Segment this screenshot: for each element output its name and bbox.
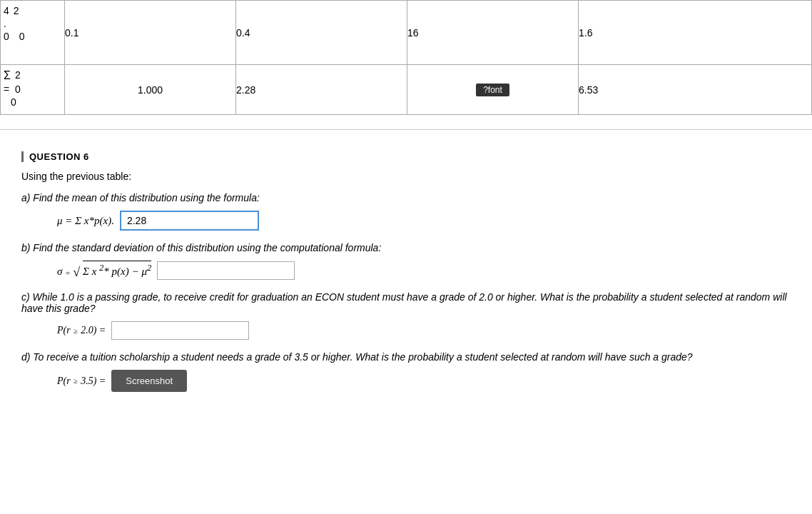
part-b-formula-row: σ = √ Σ x 2* p(x) − μ2 — [57, 261, 791, 280]
row1-dot: . — [4, 18, 6, 29]
row1-num: 4 — [4, 5, 9, 16]
row2-label: Σ 2 = 0 0 — [4, 69, 61, 108]
row2-zero: 0 — [15, 84, 21, 95]
intro-text: Using the previous table: — [21, 171, 791, 182]
part-d-label: d) To receive a tuition scholarship a st… — [21, 351, 791, 363]
part-b-formula-text: σ = √ Σ x 2* p(x) − μ2 — [57, 261, 151, 280]
part-a-formula-row: μ = Σ x*p(x). — [57, 211, 791, 231]
row1-col1-input[interactable] — [65, 27, 235, 39]
question-label: QUESTION 6 — [21, 151, 791, 162]
part-a-label: a) Find the mean of this distribution us… — [21, 192, 791, 203]
part-c-formula-text: P(r ≥ 2.0) = — [57, 325, 106, 336]
row1-num2: 2 — [14, 5, 19, 16]
part-d-formula-text: P(r ≥ 3.5) = — [57, 376, 106, 387]
row1-col3-input[interactable] — [407, 27, 578, 39]
row1-label: 4 2 . 0 0 — [4, 5, 61, 42]
part-a-formula-text: μ = Σ x*p(x). — [57, 215, 114, 227]
row2-zero2: 0 — [11, 96, 16, 108]
row2-sigma: Σ — [4, 69, 11, 82]
part-c-input[interactable] — [111, 321, 249, 340]
row1-zero: 0 — [4, 31, 9, 42]
part-c-section: c) While 1.0 is a passing grade, to rece… — [21, 291, 791, 340]
table-section: 4 2 . 0 0 — [0, 0, 812, 115]
part-c-label: c) While 1.0 is a passing grade, to rece… — [21, 291, 791, 314]
part-a-input[interactable] — [120, 211, 259, 231]
row1-col2-input[interactable] — [236, 27, 407, 39]
row2-num: 2 — [15, 69, 21, 81]
part-b-label: b) Find the standard deviation of this d… — [21, 242, 791, 253]
row2-col4-input[interactable] — [579, 84, 811, 96]
part-c-formula-row: P(r ≥ 2.0) = — [57, 321, 791, 340]
part-d-section: d) To receive a tuition scholarship a st… — [21, 351, 791, 392]
section-divider — [0, 129, 812, 130]
screenshot-button[interactable]: Screenshot — [111, 370, 187, 392]
row2-eq: = — [4, 84, 9, 95]
part-b-section: b) Find the standard deviation of this d… — [21, 242, 791, 280]
dark-badge: ?font — [476, 84, 509, 96]
part-b-input[interactable] — [157, 261, 295, 280]
row2-col2-input[interactable] — [236, 84, 407, 96]
part-a-section: a) Find the mean of this distribution us… — [21, 192, 791, 231]
row1-col4-input[interactable] — [579, 27, 811, 39]
main-content: QUESTION 6 Using the previous table: a) … — [0, 144, 812, 418]
part-d-formula-row: P(r ≥ 3.5) = Screenshot — [57, 370, 791, 392]
row1-zero2: 0 — [19, 31, 25, 42]
row2-col1-input[interactable] — [65, 84, 235, 96]
